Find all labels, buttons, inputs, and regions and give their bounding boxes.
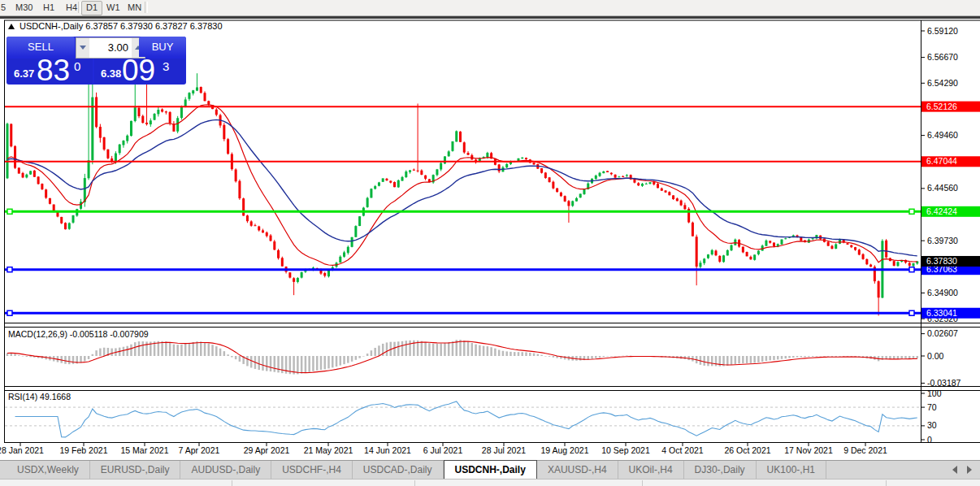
chart-tab-usdcad-daily[interactable]: USDCAD-,Daily — [353, 461, 444, 479]
buy-price-prefix: 6.38 — [101, 67, 121, 80]
svg-text:9 Dec 2021: 9 Dec 2021 — [843, 445, 887, 455]
svg-text:29 Apr 2021: 29 Apr 2021 — [244, 445, 290, 455]
volume-decrease-button[interactable] — [76, 38, 89, 58]
svg-text:6.37830: 6.37830 — [926, 256, 957, 266]
macd-label: MACD(12,26,9) -0.005118 -0.007909 — [8, 329, 149, 339]
status-bar-separator — [232, 480, 232, 486]
svg-text:28 Jul 2021: 28 Jul 2021 — [482, 445, 526, 455]
svg-text:6.59120: 6.59120 — [927, 26, 958, 36]
svg-text:-0.03187: -0.03187 — [927, 378, 961, 388]
chevron-down-icon — [80, 46, 86, 50]
buy-price-main: 09 — [122, 54, 155, 88]
svg-text:10 Sep 2021: 10 Sep 2021 — [601, 445, 650, 455]
chart-tab-xauusd-h4[interactable]: XAUUSD-,H4 — [537, 461, 618, 479]
svg-text:0.00: 0.00 — [927, 351, 944, 361]
svg-text:6.52126: 6.52126 — [926, 102, 957, 111]
svg-text:6.54290: 6.54290 — [927, 78, 958, 88]
chart-tab-usdcnh-daily[interactable]: USDCNH-,Daily — [444, 460, 537, 479]
chart-tab-ukoil-h4[interactable]: UKOil-,H4 — [618, 461, 684, 479]
rsi-label: RSI(14) 49.1668 — [8, 392, 71, 401]
svg-text:19 Aug 2021: 19 Aug 2021 — [541, 445, 589, 455]
svg-text:6.39730: 6.39730 — [927, 236, 958, 245]
svg-text:0: 0 — [927, 435, 932, 445]
status-bar-separator — [886, 480, 887, 486]
svg-text:6.56670: 6.56670 — [927, 52, 958, 62]
chart-tab-bar: USDX,WeeklyEURUSD-,DailyAUDUSD-,DailyUSD… — [0, 460, 980, 479]
chart-tab-dj30-daily[interactable]: DJ30-,Daily — [684, 461, 757, 479]
svg-text:7 Apr 2021: 7 Apr 2021 — [179, 445, 220, 455]
svg-text:19 Feb 2021: 19 Feb 2021 — [60, 445, 108, 455]
svg-text:70: 70 — [927, 402, 937, 412]
svg-text:6.47044: 6.47044 — [926, 156, 957, 166]
svg-text:6.33041: 6.33041 — [926, 308, 957, 318]
trading-platform-window: 5M30H1H4D1W1MN 6.591206.566706.542906.49… — [0, 0, 980, 486]
buy-price-pip: 3 — [163, 59, 169, 73]
tab-scroll-left-icon[interactable] — [952, 466, 957, 474]
svg-text:15 Mar 2021: 15 Mar 2021 — [121, 445, 169, 455]
chart-tab-audusd-daily[interactable]: AUDUSD-,Daily — [180, 461, 271, 479]
hline-handle[interactable] — [7, 209, 12, 214]
sell-price-prefix: 6.37 — [14, 67, 34, 80]
buy-price-box[interactable]: 6.38 09 3 — [94, 59, 185, 84]
status-bar — [0, 479, 980, 486]
sell-price-pip: 0 — [74, 59, 80, 73]
svg-text:14 Jun 2021: 14 Jun 2021 — [364, 445, 411, 455]
svg-text:17 Nov 2021: 17 Nov 2021 — [784, 445, 833, 455]
sell-price-main: 83 — [37, 54, 70, 88]
hline-handle[interactable] — [909, 267, 914, 272]
hline-handle[interactable] — [7, 267, 12, 272]
svg-text:0.02607: 0.02607 — [927, 328, 958, 338]
tab-scroll-right-icon[interactable] — [967, 466, 972, 474]
svg-text:100: 100 — [927, 388, 942, 398]
svg-text:6 Jul 2021: 6 Jul 2021 — [423, 445, 463, 455]
hline-handle[interactable] — [909, 310, 914, 315]
svg-text:6.34900: 6.34900 — [927, 288, 958, 297]
svg-text:6.42424: 6.42424 — [926, 206, 957, 216]
svg-text:6.44560: 6.44560 — [927, 183, 958, 193]
status-bar-separator — [642, 480, 643, 486]
chart-tab-usdx-weekly[interactable]: USDX,Weekly — [7, 461, 90, 479]
symbol-ohlc-text: USDCNH-,Daily 6.37857 6.37930 6.37827 6.… — [20, 21, 223, 31]
chart-title: USDCNH-,Daily 6.37857 6.37930 6.37827 6.… — [8, 21, 223, 32]
svg-text:26 Oct 2021: 26 Oct 2021 — [724, 445, 770, 455]
collapse-chart-icon[interactable] — [8, 24, 15, 29]
svg-text:4 Oct 2021: 4 Oct 2021 — [661, 445, 704, 455]
chart-tab-usdchf-h4[interactable]: USDCHF-,H4 — [271, 461, 353, 479]
hline-handle[interactable] — [7, 310, 12, 315]
svg-text:30: 30 — [927, 420, 937, 430]
status-bar-separator — [414, 480, 415, 486]
hline-handle[interactable] — [909, 209, 914, 214]
chart-tab-uk100-h1[interactable]: UK100-,H1 — [757, 461, 826, 479]
svg-text:28 Jan 2021: 28 Jan 2021 — [0, 445, 44, 455]
chart-tab-eurusd-daily[interactable]: EURUSD-,Daily — [90, 461, 181, 479]
svg-text:6.49460: 6.49460 — [927, 130, 958, 140]
svg-text:21 May 2021: 21 May 2021 — [304, 445, 353, 455]
sell-price-box[interactable]: 6.37 83 0 — [7, 59, 93, 84]
one-click-trade-panel: SELL 3.00 BUY 6.37 83 0 6.38 09 3 — [7, 37, 186, 85]
